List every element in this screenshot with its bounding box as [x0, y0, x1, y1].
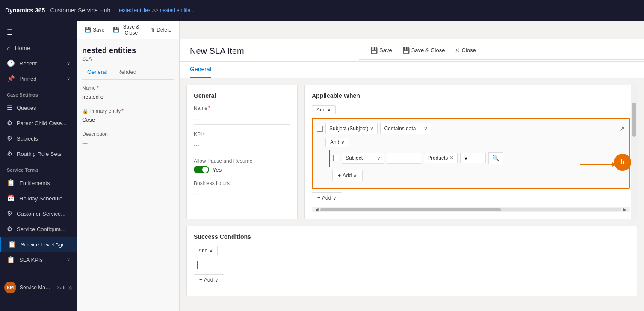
chevron-down-icon: ∨: [67, 61, 70, 66]
sidebar-item-holiday[interactable]: 📅 Holiday Schedule: [0, 191, 77, 206]
outer-add-label: Add: [322, 195, 331, 201]
save-label: Save: [379, 47, 392, 53]
record-tab-related[interactable]: Related: [112, 65, 142, 79]
save-close-label: Save & Close: [411, 47, 445, 53]
outer-plus-icon: +: [317, 195, 320, 201]
subject-label: Subject: [346, 155, 363, 161]
record-header: nested entities SLA: [77, 39, 179, 65]
sidebar-item-recent[interactable]: 🕐 Recent ∨: [0, 56, 77, 71]
name-value: ---: [194, 113, 290, 125]
record-tabs: General Related: [82, 65, 174, 80]
middle-delete-button[interactable]: 🗑 Delete: [146, 25, 175, 35]
sidebar-item-customer-service[interactable]: ⚙ Customer Service...: [0, 206, 77, 221]
outer-condition-checkbox[interactable]: [317, 126, 323, 132]
pause-resume-toggle[interactable]: [194, 166, 209, 173]
service-config-icon: ⚙: [7, 225, 12, 233]
chevron-down-icon-8: ∨: [377, 155, 381, 161]
sidebar-item-routing[interactable]: ⚙ Routing Rule Sets: [0, 146, 77, 161]
sidebar-item-subjects[interactable]: ⚙ Subjects: [0, 131, 77, 146]
sidebar-service-config-label: Service Configura...: [17, 226, 65, 232]
sidebar-item-home[interactable]: ⌂ Home: [0, 41, 77, 56]
search-button[interactable]: 🔍: [488, 152, 503, 164]
record-tab-general[interactable]: General: [82, 65, 112, 79]
sidebar-pinned-label: Pinned: [19, 76, 36, 82]
service-level-icon: 📋: [8, 241, 16, 248]
success-add-chevron-icon: ∨: [215, 277, 219, 283]
sidebar-item-sla-kpis[interactable]: 📋 SLA KPIs ∨: [0, 252, 77, 267]
sidebar-item-pinned[interactable]: 📌 Pinned ∨: [0, 71, 77, 86]
close-button[interactable]: ✕ Close: [451, 45, 480, 55]
customer-service-icon: ⚙: [7, 210, 12, 217]
horizontal-scrollbar[interactable]: ◀ ▶: [312, 207, 630, 212]
scroll-track: [320, 208, 621, 211]
expand-icon[interactable]: ↗: [620, 125, 625, 132]
business-hours-value: ---: [194, 188, 290, 200]
contains-data-selector[interactable]: Contains data ∨: [380, 123, 431, 134]
subject-subject-selector[interactable]: Subject (Subject) ∨: [325, 123, 378, 134]
products-dropdown-chevron: ∨: [464, 155, 468, 161]
remove-products-button[interactable]: ✕: [449, 155, 454, 161]
outer-add-button[interactable]: + Add ∨: [312, 192, 342, 203]
sidebar-item-service-level[interactable]: 📋 Service Level Agr...: [0, 237, 77, 252]
middle-save-close-button[interactable]: 💾 Save & Close: [109, 22, 145, 38]
products-dropdown[interactable]: ∨: [460, 153, 486, 163]
kpi-required: *: [203, 132, 205, 138]
delete-icon: 🗑: [150, 27, 155, 33]
subject-selector[interactable]: Subject ∨: [342, 153, 384, 164]
sidebar-sla-kpis-label: SLA KPIs: [19, 257, 43, 263]
middle-save-button[interactable]: 💾 Save: [81, 25, 108, 35]
tab-general[interactable]: General: [190, 62, 211, 78]
and-button[interactable]: And ∨: [312, 105, 336, 114]
holiday-icon: 📅: [7, 194, 15, 202]
case-settings-header: Case Settings: [0, 86, 77, 100]
field-description-value: ---: [82, 138, 174, 148]
nested-and-dropdown: And ∨: [325, 138, 625, 147]
general-section-title: General: [194, 92, 290, 99]
success-and-button[interactable]: And ∨: [194, 246, 218, 255]
middle-panel: 💾 Save 💾 Save & Close 🗑 Delete nested en…: [77, 21, 180, 311]
inner-add-button[interactable]: + Add ∨: [332, 170, 363, 181]
success-chevron-icon: ∨: [209, 248, 213, 254]
sidebar-item-parent-child[interactable]: ⚙ Parent Child Case...: [0, 115, 77, 131]
toggle-yes-label: Yes: [213, 167, 222, 173]
sidebar-service-level-label: Service Level Agr...: [21, 241, 68, 248]
form-tabs: General: [180, 62, 644, 78]
field-name-value: nested e: [82, 92, 174, 102]
save-close-button[interactable]: 💾 Save & Close: [398, 45, 449, 56]
kpi-value: ---: [194, 139, 290, 151]
condition-text-input[interactable]: [387, 153, 421, 164]
save-button[interactable]: 💾 Save: [366, 45, 396, 56]
name-required: *: [208, 105, 210, 111]
footer-menu-icon[interactable]: ◇: [69, 285, 73, 290]
nested-and-button[interactable]: And ∨: [325, 138, 349, 147]
close-label: Close: [461, 47, 476, 53]
subjects-icon: ⚙: [7, 135, 12, 142]
success-and-label: And: [198, 248, 207, 254]
dynamics-label: Dynamics 365: [5, 7, 45, 14]
hamburger-button[interactable]: ☰: [0, 24, 77, 41]
scroll-left-button[interactable]: ◀: [313, 206, 320, 213]
scroll-right-button[interactable]: ▶: [621, 206, 628, 213]
nested-and-area: And ∨ S: [325, 138, 625, 181]
subject-subject-label: Subject (Subject): [329, 126, 368, 132]
inner-condition-checkbox[interactable]: [333, 155, 339, 161]
breadcrumb-nested-entities-2[interactable]: nested entitie...: [160, 7, 195, 13]
service-terms-header: Service Terms: [0, 161, 77, 175]
sidebar-item-service-config[interactable]: ⚙ Service Configura...: [0, 221, 77, 237]
field-kpi-form: KPI* ---: [194, 132, 290, 151]
main-form: New SLA Item nested entities SLA ∨ Gener…: [180, 39, 644, 311]
sidebar-subjects-label: Subjects: [17, 135, 38, 142]
save-icon-2: 💾: [370, 47, 378, 54]
success-add-button[interactable]: + Add ∨: [194, 274, 224, 285]
vertical-scrollbar[interactable]: [631, 85, 637, 219]
sidebar-entitlements-label: Entitlements: [19, 180, 50, 186]
scroll-thumb[interactable]: [320, 208, 501, 211]
sidebar-item-queues[interactable]: ☰ Queues: [0, 100, 77, 115]
breadcrumb-nested-entities[interactable]: nested entities: [117, 7, 150, 13]
sidebar-item-entitlements[interactable]: 📋 Entitlements: [0, 175, 77, 191]
success-plus-icon: +: [199, 277, 202, 283]
success-add-label: Add: [204, 277, 213, 283]
scrollbar-thumb[interactable]: [632, 103, 636, 137]
add-chevron-icon: ∨: [353, 173, 357, 179]
success-conditions-title: Success Conditions: [194, 233, 630, 240]
